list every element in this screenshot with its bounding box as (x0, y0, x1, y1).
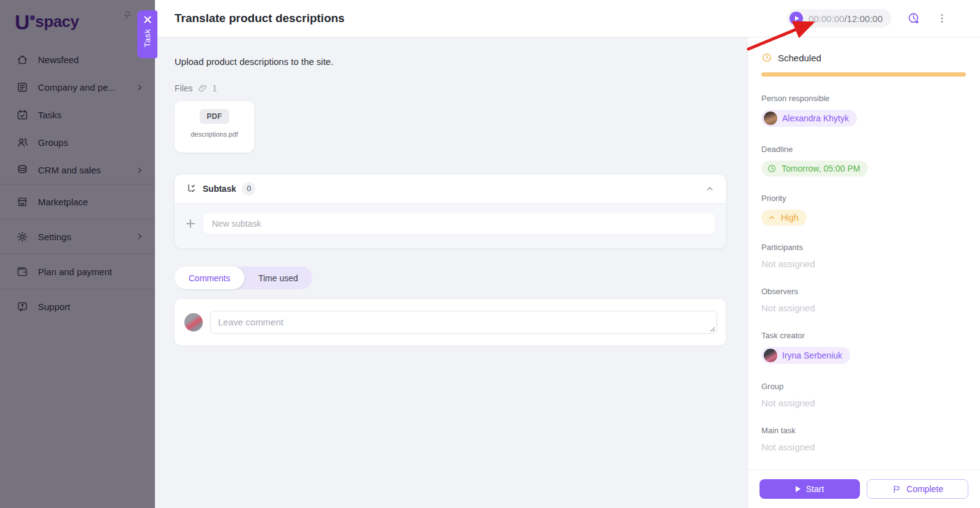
empty-value[interactable]: Not assigned (761, 442, 815, 452)
play-icon (795, 16, 799, 21)
field-label: Person responsible (761, 94, 966, 103)
files-header: Files 1 (175, 83, 726, 93)
field-group: Group Not assigned (761, 382, 966, 409)
status-row: Scheduled (761, 52, 966, 63)
activity-tabs: Comments Time used (175, 267, 312, 289)
empty-value[interactable]: Not assigned (761, 303, 815, 313)
priority-chip[interactable]: High (761, 210, 807, 226)
person-name: Iryna Serbeniuk (782, 351, 842, 360)
empty-value[interactable]: Not assigned (761, 398, 815, 408)
chevron-up-icon[interactable] (705, 184, 715, 194)
subtask-header[interactable]: Subtask 0 (175, 175, 726, 203)
field-label: Task creator (761, 331, 966, 340)
person-chip[interactable]: Iryna Serbeniuk (761, 347, 850, 364)
field-deadline: Deadline Tomorrow, 05:00 PM (761, 145, 966, 176)
plus-icon[interactable] (186, 219, 195, 229)
deadline-chip[interactable]: Tomorrow, 05:00 PM (761, 161, 868, 176)
task-properties-rail: Scheduled Person responsible Alexandra K… (747, 37, 980, 508)
add-time-button[interactable] (907, 12, 921, 25)
files-label: Files (175, 83, 193, 93)
priority-value: High (781, 213, 799, 222)
task-action-footer: Start Complete (748, 469, 980, 508)
file-attachment[interactable]: PDF descriptions.pdf (175, 101, 254, 153)
avatar (764, 112, 777, 125)
close-icon[interactable] (144, 16, 151, 23)
field-label: Observers (761, 287, 966, 296)
play-button[interactable] (790, 12, 803, 25)
task-detail-panel: Translate product descriptions 00:00:00/… (155, 0, 980, 508)
task-panel-tab[interactable]: Task (137, 10, 157, 58)
complete-label: Complete (907, 484, 943, 494)
paperclip-icon (198, 83, 208, 93)
task-content: Upload product descriptions to the site.… (155, 37, 726, 346)
field-observers: Observers Not assigned (761, 287, 966, 314)
file-type-badge: PDF (200, 109, 228, 124)
deadline-value: Tomorrow, 05:00 PM (782, 164, 860, 173)
field-label: Deadline (761, 145, 966, 154)
status-progress-bar (761, 72, 966, 77)
timer-text: 00:00:00/12:00:00 (809, 13, 883, 24)
field-label: Group (761, 382, 966, 391)
files-count: 1 (213, 83, 217, 93)
person-name: Alexandra Khytyk (782, 113, 849, 123)
field-participants: Participants Not assigned (761, 243, 966, 270)
avatar (184, 313, 203, 332)
subtask-icon (186, 183, 197, 194)
task-description: Upload product descriptions to the site. (175, 56, 726, 67)
field-main-task: Main task Not assigned (761, 426, 966, 453)
new-subtask-input[interactable] (203, 213, 715, 234)
person-chip[interactable]: Alexandra Khytyk (761, 110, 857, 127)
play-icon (796, 486, 801, 492)
tab-time-used[interactable]: Time used (244, 267, 312, 289)
task-tab-label: Task (143, 29, 152, 47)
comment-input-wrap (210, 311, 717, 334)
avatar (764, 349, 777, 362)
clock-icon (767, 164, 777, 173)
more-menu-button[interactable] (937, 13, 948, 24)
page-title: Translate product descriptions (175, 12, 345, 25)
pin-icon[interactable] (123, 10, 134, 21)
start-button[interactable]: Start (760, 479, 860, 499)
modal-dim-overlay[interactable] (0, 0, 155, 508)
task-timer[interactable]: 00:00:00/12:00:00 (787, 9, 891, 28)
file-name: descriptions.pdf (190, 131, 238, 138)
clock-icon (761, 52, 772, 63)
status-label: Scheduled (778, 53, 821, 63)
resize-handle-icon[interactable] (710, 327, 715, 332)
field-person-responsible: Person responsible Alexandra Khytyk (761, 94, 966, 127)
field-label: Priority (761, 194, 966, 203)
subtask-body (175, 203, 726, 248)
chevron-up-icon (767, 213, 776, 222)
complete-button[interactable]: Complete (867, 479, 968, 499)
subtask-section: Subtask 0 (175, 175, 726, 248)
field-priority: Priority High (761, 194, 966, 226)
comment-input[interactable] (210, 311, 717, 334)
header-actions: 00:00:00/12:00:00 (787, 9, 948, 28)
field-task-creator: Task creator Iryna Serbeniuk (761, 331, 966, 365)
empty-value[interactable]: Not assigned (761, 259, 815, 269)
timer-planned: /12:00:00 (844, 13, 883, 24)
start-label: Start (806, 484, 824, 494)
tab-comments[interactable]: Comments (175, 267, 244, 289)
field-label: Participants (761, 243, 966, 252)
subtask-title: Subtask (203, 184, 236, 194)
field-label: Main task (761, 426, 966, 435)
task-header: Translate product descriptions 00:00:00/… (155, 0, 980, 37)
subtask-count-badge: 0 (242, 182, 255, 195)
timer-elapsed: 00:00:00 (809, 13, 844, 24)
flag-icon (892, 485, 901, 494)
comment-composer (175, 299, 726, 346)
